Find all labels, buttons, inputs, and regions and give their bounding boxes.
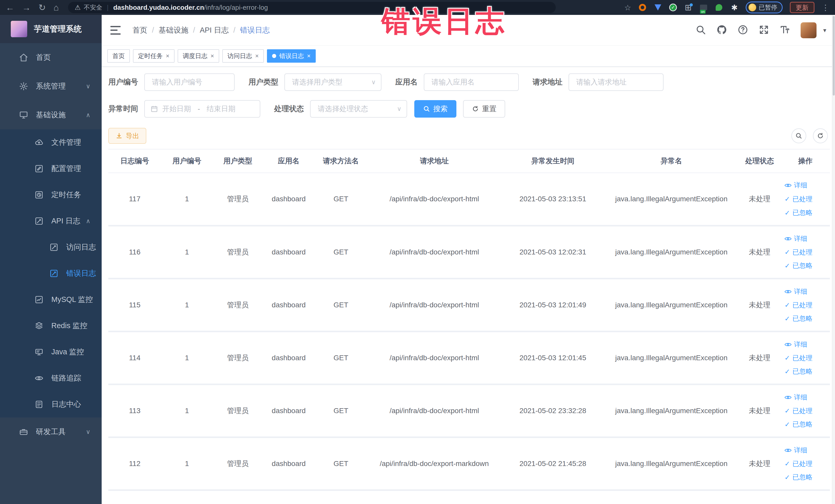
hamburger-icon[interactable]: [110, 26, 121, 35]
sidebar-item-mysql[interactable]: MySQL 监控: [0, 286, 102, 313]
back-icon[interactable]: ←: [6, 3, 14, 12]
col-exception: 异常名: [605, 149, 738, 173]
cell-time: 2021-05-02 23:32:28: [501, 384, 605, 437]
app-name-label: 应用名: [395, 77, 418, 87]
cell-method: GET: [314, 173, 367, 226]
mark-ignored-link[interactable]: ✓已忽略: [785, 420, 812, 429]
help-icon[interactable]: [737, 24, 748, 36]
chevron-down-icon: ∨: [86, 83, 90, 90]
forward-icon[interactable]: →: [22, 3, 31, 12]
mark-ignored-link[interactable]: ✓已忽略: [785, 208, 812, 217]
fullscreen-icon[interactable]: [758, 24, 769, 36]
mark-processed-link[interactable]: ✓已处理: [785, 459, 812, 468]
date-range-picker[interactable]: 开始日期 - 结束日期: [144, 100, 260, 118]
home-icon[interactable]: ⌂: [54, 3, 59, 12]
close-icon[interactable]: ×: [166, 53, 169, 60]
status-select[interactable]: ∨: [310, 100, 407, 118]
mark-ignored-link[interactable]: ✓已忽略: [785, 314, 812, 323]
mark-processed-link[interactable]: ✓已处理: [785, 406, 812, 416]
sidebar-item-devtools[interactable]: 研发工具 ∨: [0, 418, 102, 446]
reset-button[interactable]: 重置: [463, 100, 505, 118]
cell-user-type: 管理员: [213, 226, 263, 279]
avatar[interactable]: [801, 22, 816, 38]
app-logo-row[interactable]: 芋道管理系统: [0, 15, 102, 43]
sidebar-item-error-log[interactable]: 错误日志: [0, 260, 102, 286]
export-button[interactable]: 导出: [108, 128, 146, 144]
scrollbar[interactable]: [832, 15, 835, 504]
tab-job[interactable]: 定时任务×: [133, 49, 175, 63]
cell-log-id: 114: [108, 331, 161, 384]
sidebar-item-java[interactable]: Java 监控: [0, 339, 102, 365]
close-icon[interactable]: ×: [255, 53, 259, 60]
tab-job-log[interactable]: 调度日志×: [178, 49, 219, 63]
breadcrumb-infra[interactable]: 基础设施: [159, 25, 188, 36]
breadcrumb-api-log[interactable]: API 日志: [200, 25, 229, 36]
mark-processed-link[interactable]: ✓已处理: [785, 354, 812, 363]
check-icon: ✓: [785, 407, 790, 414]
close-icon[interactable]: ×: [307, 53, 311, 60]
app-name-input[interactable]: [424, 74, 519, 91]
sidebar-item-file[interactable]: 文件管理: [0, 129, 102, 156]
sidebar-item-trace[interactable]: 链路追踪: [0, 365, 102, 391]
extension-on-icon[interactable]: on: [699, 3, 708, 12]
detail-link[interactable]: 详细: [785, 287, 807, 296]
detail-link[interactable]: 详细: [785, 446, 807, 455]
sidebar-item-home[interactable]: 首页: [0, 43, 102, 72]
detail-link[interactable]: 详细: [785, 393, 807, 402]
paused-profile-chip[interactable]: 已暂停: [746, 2, 782, 13]
breadcrumb-home[interactable]: 首页: [133, 25, 147, 36]
sidebar-item-api-log[interactable]: API 日志 ∧: [0, 208, 102, 234]
sidebar-item-job[interactable]: 定时任务: [0, 182, 102, 208]
font-size-icon[interactable]: [779, 24, 790, 36]
hide-search-button[interactable]: [791, 128, 806, 143]
search-button[interactable]: 搜索: [414, 100, 456, 118]
cell-exception: java.lang.IllegalArgumentException: [605, 384, 738, 437]
extension-leaf-icon[interactable]: [715, 3, 723, 12]
search-icon[interactable]: [695, 24, 706, 36]
scrollbar-thumb[interactable]: [833, 16, 835, 96]
infra-submenu: 文件管理 配置管理 定时任务 API 日志 ∧ 访问日志 错误日志: [0, 129, 102, 418]
user-type-label: 用户类型: [248, 77, 278, 87]
mark-ignored-link[interactable]: ✓已忽略: [785, 261, 812, 270]
sidebar-item-config[interactable]: 配置管理: [0, 156, 102, 182]
mark-processed-link[interactable]: ✓已处理: [785, 248, 812, 257]
filter-row-1: 用户编号 用户类型 ∨ 应用名 请求地址: [108, 74, 830, 91]
browser-menu-icon[interactable]: ⋮: [822, 3, 829, 12]
bookmark-star-icon[interactable]: ☆: [624, 3, 631, 12]
mark-processed-link[interactable]: ✓已处理: [785, 301, 812, 310]
sidebar-item-system[interactable]: 系统管理 ∨: [0, 72, 102, 101]
address-bar[interactable]: ⚠ 不安全 | dashboard.yudao.iocoder.cn/infra…: [68, 2, 556, 13]
caret-down-icon[interactable]: ▾: [823, 27, 826, 34]
mark-processed-link[interactable]: ✓已处理: [785, 195, 812, 204]
cell-time: 2021-05-03 12:01:49: [501, 279, 605, 331]
extension-orange-icon[interactable]: [638, 3, 647, 12]
cell-log-id: 116: [108, 226, 161, 279]
mark-ignored-link[interactable]: ✓已忽略: [785, 473, 812, 482]
request-url-input[interactable]: [569, 74, 664, 91]
cell-method: GET: [314, 279, 367, 331]
detail-link[interactable]: 详细: [785, 340, 807, 349]
tab-home[interactable]: 首页: [107, 49, 130, 63]
detail-link[interactable]: 详细: [785, 234, 807, 243]
user-id-input[interactable]: [144, 74, 235, 91]
sidebar-item-access-log[interactable]: 访问日志: [0, 234, 102, 260]
close-icon[interactable]: ×: [210, 53, 214, 60]
sidebar-item-infra[interactable]: 基础设施 ∧: [0, 101, 102, 129]
detail-link[interactable]: 详细: [785, 181, 807, 190]
extension-green-icon[interactable]: ✓: [669, 4, 677, 11]
extension-blue-icon[interactable]: [654, 3, 662, 12]
security-label: 不安全: [84, 3, 102, 12]
refresh-button[interactable]: [813, 128, 828, 143]
user-type-select[interactable]: ∨: [284, 74, 382, 91]
extension-grid-icon[interactable]: ⊞: [684, 3, 692, 12]
sidebar-item-redis[interactable]: Redis 监控: [0, 313, 102, 339]
sidebar-item-log-center[interactable]: 日志中心: [0, 391, 102, 418]
tab-error-log[interactable]: 错误日志×: [267, 49, 316, 63]
github-icon[interactable]: [716, 24, 727, 36]
mark-ignored-link[interactable]: ✓已忽略: [785, 367, 812, 376]
tab-access-log[interactable]: 访问日志×: [222, 49, 264, 63]
reload-icon[interactable]: ↻: [39, 3, 46, 12]
update-button[interactable]: 更新: [790, 2, 814, 13]
extensions-puzzle-icon[interactable]: ✱: [730, 3, 738, 12]
check-icon: ✓: [785, 302, 790, 308]
